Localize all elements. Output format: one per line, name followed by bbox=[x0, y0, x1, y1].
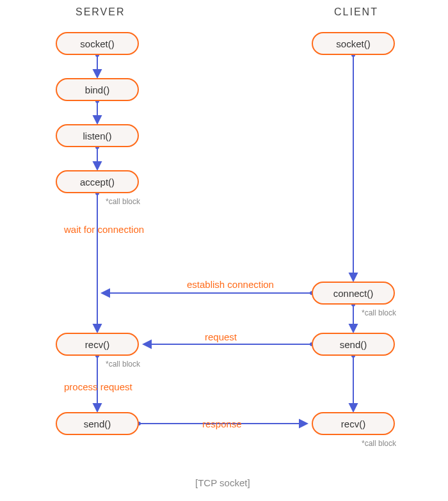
label-request: request bbox=[205, 331, 237, 342]
node-label: accept() bbox=[80, 177, 115, 187]
diagram-canvas: SERVER CLIENT socket() bind() listen() a… bbox=[0, 0, 448, 501]
diagram-caption: [TCP socket] bbox=[195, 477, 250, 488]
note-client-recv-blocks: *call block bbox=[362, 439, 396, 448]
client-step-send: send() bbox=[312, 333, 395, 356]
server-step-accept: accept() bbox=[56, 170, 139, 193]
node-label: send() bbox=[340, 339, 367, 350]
server-step-listen: listen() bbox=[56, 124, 139, 147]
node-label: connect() bbox=[333, 288, 374, 299]
label-wait-for-connection: wait for connection bbox=[64, 224, 144, 235]
node-label: listen() bbox=[83, 131, 111, 141]
client-step-recv: recv() bbox=[312, 412, 395, 435]
label-response: response bbox=[202, 418, 242, 429]
client-step-connect: connect() bbox=[312, 282, 395, 305]
server-step-bind: bind() bbox=[56, 78, 139, 101]
node-label: socket() bbox=[80, 38, 114, 49]
label-establish-connection: establish connection bbox=[187, 279, 274, 290]
server-step-send: send() bbox=[56, 412, 139, 435]
note-client-connect-blocks: *call block bbox=[362, 308, 396, 317]
server-step-recv: recv() bbox=[56, 333, 139, 356]
node-label: recv() bbox=[85, 339, 109, 350]
node-label: send() bbox=[84, 418, 111, 429]
client-column-title: CLIENT bbox=[334, 6, 378, 18]
node-label: bind() bbox=[85, 84, 109, 95]
note-server-recv-blocks: *call block bbox=[106, 360, 140, 369]
server-column-title: SERVER bbox=[76, 6, 125, 18]
client-step-socket: socket() bbox=[312, 32, 395, 55]
note-server-accept-blocks: *call block bbox=[106, 197, 140, 206]
server-step-socket: socket() bbox=[56, 32, 139, 55]
node-label: recv() bbox=[341, 418, 365, 429]
label-process-request: process request bbox=[64, 381, 132, 392]
node-label: socket() bbox=[336, 38, 370, 49]
